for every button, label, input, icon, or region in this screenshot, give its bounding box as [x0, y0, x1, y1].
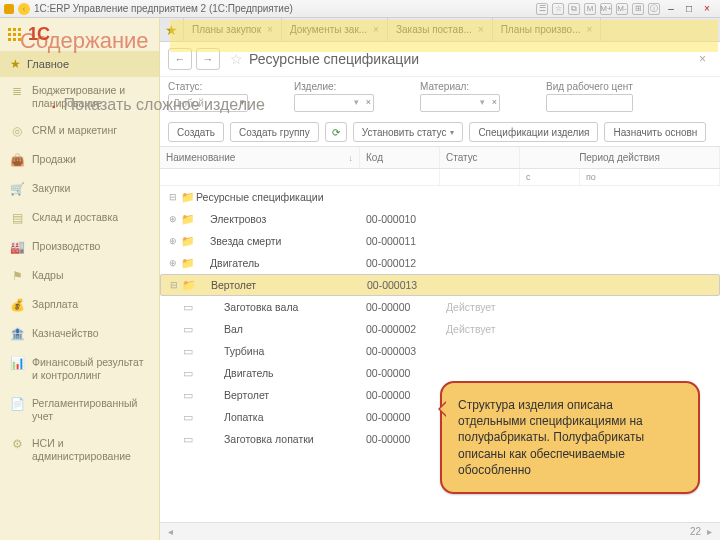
fold-icon[interactable]: ⊟ [166, 192, 180, 202]
col-period[interactable]: Период действия [520, 147, 720, 168]
sidebar-item-5[interactable]: 🏭Производство [0, 233, 159, 262]
refresh-button[interactable]: ⟳ [325, 122, 347, 142]
bars-icon: ≣ [10, 84, 24, 99]
sidebar-item-label: Зарплата [32, 298, 78, 311]
row-code: 00-000003 [366, 345, 446, 357]
tray-m[interactable]: M [584, 3, 596, 15]
tray-icon[interactable]: ⊞ [632, 3, 644, 15]
item-icon: ▭ [180, 389, 196, 402]
close-icon[interactable]: × [587, 24, 593, 35]
table-row[interactable]: ⊕📁Электровоз00-000010 [160, 208, 720, 230]
row-name: Ресурсные спецификации [196, 191, 366, 203]
nav-fwd-button[interactable]: → [196, 48, 220, 70]
sidebar-item-3[interactable]: 🛒Закупки [0, 175, 159, 204]
tab-label: Заказы постав... [396, 24, 472, 35]
target-icon: ◎ [10, 124, 24, 139]
filter-status-label: Статус: [168, 81, 248, 92]
window-close-icon[interactable]: × [698, 3, 716, 15]
row-code: 00-000011 [366, 235, 446, 247]
sidebar-main-label: Главное [27, 58, 69, 70]
nav-back-icon[interactable]: ‹ [18, 3, 30, 15]
sidebar-item-2[interactable]: 👜Продажи [0, 146, 159, 175]
tray-m-plus[interactable]: M+ [600, 3, 612, 15]
tab-3[interactable]: Планы произво...× [493, 18, 602, 41]
close-icon[interactable]: × [267, 24, 273, 35]
table-row[interactable]: ⊟📁Вертолет00-000013 [160, 274, 720, 296]
row-status: Действует [446, 323, 526, 335]
sidebar-item-label: Склад и доставка [32, 211, 118, 224]
folder-icon: 📁 [181, 279, 197, 292]
fold-icon[interactable]: ⊕ [166, 258, 180, 268]
filter-workcenter-select[interactable] [546, 94, 633, 112]
fold-icon[interactable]: ⊟ [167, 280, 181, 290]
tray-icon[interactable]: ☆ [552, 3, 564, 15]
col-status[interactable]: Статус [440, 147, 520, 168]
tray-icon[interactable]: ⓘ [648, 3, 660, 15]
nav-back-button[interactable]: ← [168, 48, 192, 70]
tab-2[interactable]: Заказы постав...× [388, 18, 493, 41]
close-icon[interactable]: × [492, 97, 497, 107]
sidebar-item-4[interactable]: ▤Склад и доставка [0, 204, 159, 233]
close-icon[interactable]: × [478, 24, 484, 35]
product-specs-button[interactable]: Спецификации изделия [469, 122, 598, 142]
sidebar-item-8[interactable]: 🏦Казначейство [0, 320, 159, 349]
clear-icon[interactable]: ▾ [480, 97, 485, 107]
sidebar-item-1[interactable]: ◎CRM и маркетинг [0, 117, 159, 146]
tray-icon[interactable]: ⧉ [568, 3, 580, 15]
sidebar-item-label: Кадры [32, 269, 63, 282]
tab-home[interactable]: ★ [160, 18, 184, 41]
scroll-right-icon[interactable]: ▸ [707, 526, 712, 537]
people-icon: ⚑ [10, 269, 24, 284]
tabs: ★ Планы закупок×Документы зак...×Заказы … [160, 18, 720, 42]
fold-icon[interactable]: ⊕ [166, 236, 180, 246]
close-icon[interactable]: × [373, 24, 379, 35]
table-row[interactable]: ⊕📁Двигатель00-000012 [160, 252, 720, 274]
set-main-button[interactable]: Назначить основн [604, 122, 706, 142]
chart-icon: 📊 [10, 356, 24, 371]
col-to: по [580, 169, 720, 185]
sidebar-item-10[interactable]: 📄Регламентированный учет [0, 390, 159, 430]
tray-m-minus[interactable]: M- [616, 3, 628, 15]
sidebar-item-label: Закупки [32, 182, 70, 195]
page-number: 22 [690, 526, 701, 537]
factory-icon: 🏭 [10, 240, 24, 255]
filter-product-label: Изделие: [294, 81, 374, 92]
table-row[interactable]: ⊟📁Ресурсные спецификации [160, 186, 720, 208]
row-name: Электровоз [196, 213, 366, 225]
sidebar-item-7[interactable]: 💰Зарплата [0, 291, 159, 320]
sidebar-item-9[interactable]: 📊Финансовый результат и контроллинг [0, 349, 159, 389]
tab-1[interactable]: Документы зак...× [282, 18, 388, 41]
app-title: 1С:ERP Управление предприятием 2 (1С:Пре… [34, 3, 293, 14]
col-code[interactable]: Код [360, 147, 440, 168]
table-row[interactable]: ▭Турбина00-000003 [160, 340, 720, 362]
tab-label: Документы зак... [290, 24, 367, 35]
create-button[interactable]: Создать [168, 122, 224, 142]
filter-material-select[interactable]: ▾× [420, 94, 500, 112]
clear-icon[interactable]: ▾ [354, 97, 359, 107]
page-close-icon[interactable]: × [693, 52, 712, 66]
sidebar-item-11[interactable]: ⚙НСИ и администрирование [0, 430, 159, 470]
window-maximize-icon[interactable]: □ [680, 3, 698, 15]
window-minimize-icon[interactable]: – [662, 3, 680, 15]
tray-icon[interactable]: ☰ [536, 3, 548, 15]
doc-icon: 📄 [10, 397, 24, 412]
set-status-button[interactable]: Установить статус [353, 122, 464, 142]
filter-product-select[interactable]: ▾× [294, 94, 374, 112]
sidebar-item-main[interactable]: ★ Главное [0, 51, 159, 77]
sidebar-item-label: CRM и маркетинг [32, 124, 117, 137]
tab-0[interactable]: Планы закупок× [184, 18, 282, 41]
table-row[interactable]: ▭Вал00-000002Действует [160, 318, 720, 340]
table-row[interactable]: ▭Заготовка вала00-00000Действует [160, 296, 720, 318]
sort-icon: ↓ [349, 153, 354, 163]
col-name[interactable]: Наименование↓ [160, 147, 360, 168]
sidebar-item-6[interactable]: ⚑Кадры [0, 262, 159, 291]
scroll-left-icon[interactable]: ◂ [168, 526, 178, 537]
favorite-icon[interactable]: ☆ [230, 51, 243, 67]
row-name: Вертолет [197, 279, 367, 291]
item-icon: ▭ [180, 411, 196, 424]
row-name: Лопатка [196, 411, 366, 423]
table-row[interactable]: ⊕📁Звезда смерти00-000011 [160, 230, 720, 252]
fold-icon[interactable]: ⊕ [166, 214, 180, 224]
create-group-button[interactable]: Создать группу [230, 122, 319, 142]
close-icon[interactable]: × [366, 97, 371, 107]
